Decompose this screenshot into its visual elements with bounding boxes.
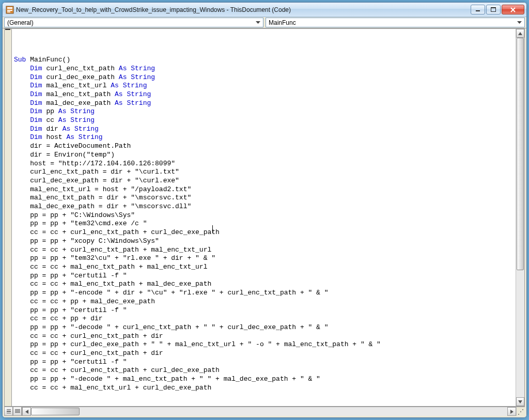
svg-rect-9 — [7, 413, 11, 413]
scroll-thumb[interactable] — [517, 38, 524, 270]
vba-editor-window: New_Recovery_Tool_to_help_with_CrowdStri… — [2, 2, 527, 418]
svg-rect-10 — [15, 409, 20, 410]
titlebar[interactable]: New_Recovery_Tool_to_help_with_CrowdStri… — [3, 3, 526, 17]
view-mode-buttons — [4, 407, 22, 416]
procedure-view-button[interactable] — [4, 407, 13, 416]
procedure-dropdown[interactable]: MainFunc — [266, 18, 525, 27]
svg-rect-3 — [7, 11, 10, 12]
object-dropdown[interactable]: (General) — [4, 18, 263, 27]
margin-indicator-bar[interactable] — [5, 29, 12, 406]
object-dropdown-value: (General) — [7, 19, 254, 26]
app-icon — [6, 6, 14, 14]
full-module-view-button[interactable] — [13, 407, 22, 416]
scroll-track[interactable] — [516, 38, 524, 397]
svg-rect-8 — [7, 409, 11, 410]
object-procedure-bar: (General) MainFunc — [3, 17, 526, 28]
procedure-dropdown-value: MainFunc — [269, 19, 516, 26]
resize-grip[interactable]: ⋰ — [516, 407, 525, 416]
scroll-track[interactable] — [31, 407, 507, 416]
code-container: Sub MainFunc() Dim curl_enc_txt_path As … — [4, 28, 525, 407]
window-title: New_Recovery_Tool_to_help_with_CrowdStri… — [16, 6, 471, 13]
scroll-left-button[interactable] — [22, 407, 31, 416]
content-area: Sub MainFunc() Dim curl_enc_txt_path As … — [3, 28, 526, 417]
scroll-right-button[interactable] — [507, 407, 516, 416]
scroll-up-button[interactable] — [516, 29, 524, 38]
bottom-bar: ⋰ — [4, 407, 525, 416]
chevron-down-icon — [254, 18, 262, 27]
horizontal-scrollbar[interactable] — [22, 407, 516, 416]
svg-rect-1 — [7, 7, 12, 9]
window-controls — [471, 5, 524, 14]
scroll-thumb[interactable] — [31, 408, 80, 415]
svg-rect-6 — [491, 7, 496, 8]
text-caret — [212, 225, 213, 233]
code-editor[interactable]: Sub MainFunc() Dim curl_enc_txt_path As … — [12, 29, 516, 406]
chevron-down-icon — [516, 18, 523, 27]
minimize-button[interactable] — [471, 5, 485, 14]
svg-rect-4 — [476, 10, 480, 11]
maximize-button[interactable] — [486, 5, 501, 14]
svg-rect-2 — [7, 10, 12, 11]
svg-rect-7 — [7, 411, 11, 412]
scroll-down-button[interactable] — [516, 397, 524, 406]
svg-rect-13 — [15, 412, 20, 413]
svg-rect-12 — [15, 411, 20, 412]
vertical-scrollbar[interactable] — [516, 29, 524, 406]
close-button[interactable] — [502, 5, 524, 14]
svg-rect-11 — [15, 410, 20, 411]
